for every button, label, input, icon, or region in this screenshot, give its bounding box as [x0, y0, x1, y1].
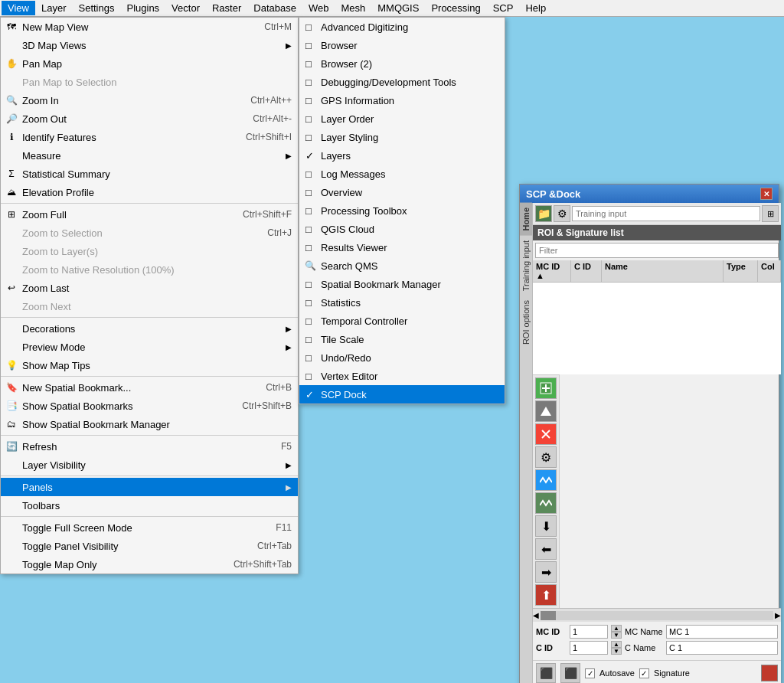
scp-autosave-checkbox[interactable]: ✓	[585, 668, 595, 678]
menu-elevation-profile[interactable]: ⛰ Elevation Profile	[1, 183, 298, 201]
scp-scroll-left[interactable]: ◀	[533, 611, 539, 619]
menu-zoom-out[interactable]: 🔎 Zoom Out Ctrl+Alt+-	[1, 109, 298, 128]
scp-mc-id-spinner[interactable]: ▲ ▼	[611, 625, 622, 639]
scp-action-red-button[interactable]	[761, 665, 778, 681]
menu-zoom-full[interactable]: ⊞ Zoom Full Ctrl+Shift+F	[1, 205, 298, 224]
scp-settings-button[interactable]: ⚙	[554, 205, 570, 222]
menu-zoom-in[interactable]: 🔍 Zoom In Ctrl+Alt++	[1, 91, 298, 109]
menubar-plugins[interactable]: Plugins	[120, 1, 165, 15]
submenu-statistics[interactable]: □ Statistics	[299, 293, 505, 312]
scp-add-roi-btn[interactable]	[535, 377, 557, 399]
menu-3d-map-views[interactable]: 3D Map Views ▶	[1, 36, 298, 54]
scp-filter-input[interactable]	[535, 243, 779, 258]
submenu-tile-scale[interactable]: □ Tile Scale	[299, 330, 505, 348]
scp-down-btn[interactable]: ⬇	[535, 515, 557, 537]
submenu-layer-order[interactable]: □ Layer Order	[299, 109, 505, 128]
menubar-web[interactable]: Web	[302, 1, 335, 15]
scp-training-input[interactable]	[572, 206, 760, 221]
menubar-vector[interactable]: Vector	[165, 1, 206, 15]
submenu-qgis-cloud[interactable]: □ QGIS Cloud	[299, 220, 505, 238]
menu-layer-visibility[interactable]: Layer Visibility ▶	[1, 456, 298, 474]
map-icon: 🗺	[5, 21, 18, 33]
scp-sidebar-home[interactable]: Home	[520, 203, 532, 236]
submenu-gps-info[interactable]: □ GPS Information	[299, 91, 505, 109]
scp-c-name-input[interactable]	[666, 641, 778, 655]
scp-gear-btn[interactable]: ⚙	[535, 446, 557, 468]
submenu-layer-styling[interactable]: □ Layer Styling	[299, 128, 505, 146]
menu-toggle-full-screen[interactable]: Toggle Full Screen Mode F11	[1, 518, 298, 537]
scp-wave2-btn[interactable]	[535, 492, 557, 514]
menubar-layer[interactable]: Layer	[35, 1, 73, 15]
scp-sidebar-roi-options[interactable]: ROI options	[520, 296, 532, 349]
scp-folder-button[interactable]: 📁	[535, 205, 552, 222]
scp-c-id-input[interactable]	[570, 641, 608, 655]
scp-scroll-right[interactable]: ▶	[775, 611, 781, 619]
submenu-spatial-bookmark-manager[interactable]: □ Spatial Bookmark Manager	[299, 275, 505, 293]
scp-right-btn[interactable]: ➡	[535, 561, 557, 583]
scp-c-id-spinner[interactable]: ▲ ▼	[611, 641, 622, 655]
menubar-raster[interactable]: Raster	[206, 1, 247, 15]
scp-c-id-up[interactable]: ▲	[611, 641, 622, 648]
scp-mc-id-up[interactable]: ▲	[611, 625, 622, 632]
menubar-settings[interactable]: Settings	[72, 1, 120, 15]
scp-table-body[interactable]	[533, 283, 781, 374]
menu-statistical-summary[interactable]: Σ Statistical Summary	[1, 165, 298, 183]
submenu-processing-toolbox[interactable]: □ Processing Toolbox	[299, 201, 505, 220]
submenu-scp-dock[interactable]: SCP Dock	[299, 385, 505, 404]
menubar-view[interactable]: View	[2, 1, 35, 15]
scp-up-red-btn[interactable]: ⬆	[535, 584, 557, 606]
scp-wave-btn[interactable]	[535, 469, 557, 491]
submenu-temporal-controller[interactable]: □ Temporal Controller	[299, 312, 505, 330]
menu-measure[interactable]: Measure ▶	[1, 146, 298, 165]
menu-toolbars[interactable]: Toolbars	[1, 496, 298, 515]
submenu-advanced-digitizing[interactable]: □ Advanced Digitizing	[299, 18, 505, 36]
scp-mc-name-input[interactable]	[666, 625, 778, 639]
menu-identify-features[interactable]: ℹ Identify Features Ctrl+Shift+I	[1, 128, 298, 146]
scp-c-id-down[interactable]: ▼	[611, 648, 622, 655]
menu-pan-map[interactable]: ✋ Pan Map	[1, 54, 298, 73]
scp-scrollbar-thumb[interactable]	[541, 611, 556, 620]
submenu-browser[interactable]: □ Browser	[299, 36, 505, 54]
submenu-log-messages[interactable]: □ Log Messages	[299, 165, 505, 183]
scp-scrollbar-track[interactable]	[541, 611, 773, 620]
menu-decorations[interactable]: Decorations ▶	[1, 319, 298, 338]
menu-show-spatial-bookmarks[interactable]: 📑 Show Spatial Bookmarks Ctrl+Shift+B	[1, 397, 298, 415]
scp-signature-checkbox[interactable]: ✓	[639, 668, 649, 678]
menu-new-map-view[interactable]: 🗺 New Map View Ctrl+M	[1, 18, 298, 36]
menubar-processing[interactable]: Processing	[425, 1, 486, 15]
menu-toggle-map-only[interactable]: Toggle Map Only Ctrl+Shift+Tab	[1, 555, 298, 574]
submenu-layers[interactable]: Layers	[299, 146, 505, 165]
menubar-scp[interactable]: SCP	[487, 1, 520, 15]
submenu-vertex-editor[interactable]: □ Vertex Editor	[299, 367, 505, 385]
menu-show-spatial-bookmark-manager[interactable]: 🗂 Show Spatial Bookmark Manager	[1, 415, 298, 433]
scp-thumb-up-btn[interactable]: ⬛	[560, 663, 580, 683]
scp-mc-name-label: MC Name	[625, 627, 663, 636]
menubar-help[interactable]: Help	[519, 1, 552, 15]
scp-delete-btn[interactable]	[535, 423, 557, 445]
scp-mc-id-down[interactable]: ▼	[611, 632, 622, 639]
menu-new-spatial-bookmark[interactable]: 🔖 New Spatial Bookmark... Ctrl+B	[1, 378, 298, 397]
menu-toggle-panel-visibility[interactable]: Toggle Panel Visibility Ctrl+Tab	[1, 537, 298, 555]
submenu-undo-redo[interactable]: □ Undo/Redo	[299, 348, 505, 367]
scp-thumb-down-btn[interactable]: ⬛	[536, 663, 556, 683]
menu-refresh[interactable]: 🔄 Refresh F5	[1, 437, 298, 456]
submenu-search-qms[interactable]: 🔍 Search QMS	[299, 257, 505, 275]
menubar-mesh[interactable]: Mesh	[335, 1, 371, 15]
submenu-results-viewer[interactable]: □ Results Viewer	[299, 238, 505, 257]
submenu-browser-2[interactable]: □ Browser (2)	[299, 54, 505, 73]
scp-expand-button[interactable]: ⊞	[762, 205, 779, 222]
menu-preview-mode[interactable]: Preview Mode ▶	[1, 338, 298, 356]
scp-sidebar-training-input[interactable]: Training input	[520, 236, 532, 296]
submenu-overview[interactable]: □ Overview	[299, 183, 505, 201]
scp-left-btn[interactable]: ⬅	[535, 538, 557, 560]
menu-panels[interactable]: Panels ▶	[1, 478, 298, 496]
menu-map-tips[interactable]: 💡 Show Map Tips	[1, 356, 298, 374]
scp-close-button[interactable]: ✕	[760, 188, 773, 200]
scp-horizontal-scroll[interactable]: ◀ ▶	[533, 608, 781, 622]
scp-mountain-btn[interactable]	[535, 400, 557, 422]
scp-mc-id-input[interactable]	[570, 625, 608, 639]
menu-zoom-last[interactable]: ↩ Zoom Last	[1, 279, 298, 297]
menubar-mmqgis[interactable]: MMQGIS	[371, 1, 425, 15]
submenu-debugging[interactable]: □ Debugging/Development Tools	[299, 73, 505, 91]
menubar-database[interactable]: Database	[247, 1, 302, 15]
